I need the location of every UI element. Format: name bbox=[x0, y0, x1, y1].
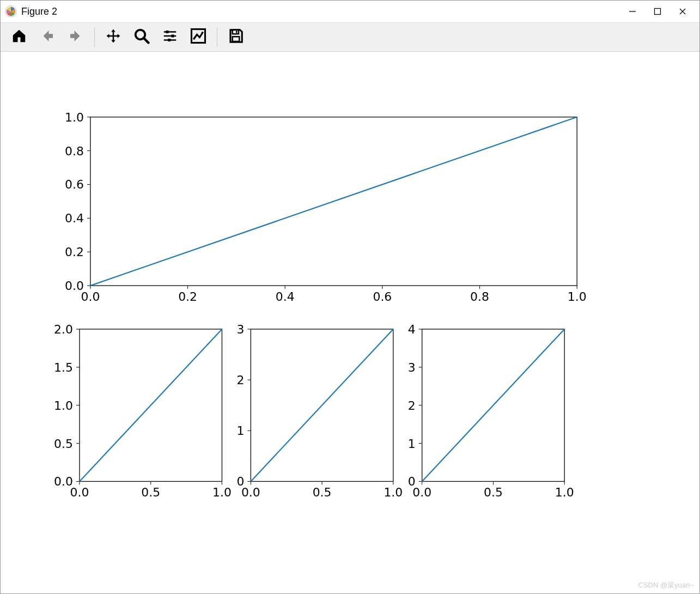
zoom-button[interactable] bbox=[130, 25, 154, 49]
matplotlib-toolbar bbox=[1, 22, 699, 52]
svg-text:0.5: 0.5 bbox=[141, 486, 160, 499]
watermark: CSDN @菜yuan~ bbox=[638, 580, 694, 590]
svg-text:3: 3 bbox=[236, 323, 244, 336]
svg-rect-14 bbox=[233, 30, 239, 34]
svg-text:0.4: 0.4 bbox=[65, 211, 84, 225]
svg-text:1: 1 bbox=[408, 437, 416, 451]
svg-text:0.5: 0.5 bbox=[313, 486, 332, 499]
toolbar-separator bbox=[94, 27, 95, 47]
zoom-icon bbox=[133, 28, 150, 46]
svg-rect-8 bbox=[166, 31, 169, 33]
svg-text:0.8: 0.8 bbox=[470, 290, 489, 304]
svg-text:0.0: 0.0 bbox=[54, 475, 73, 488]
pan-button[interactable] bbox=[101, 25, 125, 49]
forward-icon bbox=[68, 28, 84, 46]
svg-line-6 bbox=[144, 38, 149, 43]
svg-text:0: 0 bbox=[236, 475, 244, 488]
svg-text:4: 4 bbox=[408, 323, 416, 336]
figure-canvas[interactable]: 0.00.20.40.60.81.00.00.20.40.60.81.00.00… bbox=[1, 52, 699, 593]
svg-rect-10 bbox=[172, 35, 174, 38]
svg-text:0: 0 bbox=[408, 475, 416, 488]
save-icon bbox=[228, 28, 244, 46]
svg-rect-12 bbox=[168, 39, 171, 41]
svg-text:2.0: 2.0 bbox=[54, 323, 73, 336]
svg-text:1.0: 1.0 bbox=[555, 486, 574, 499]
svg-text:0.5: 0.5 bbox=[54, 437, 73, 451]
svg-rect-16 bbox=[233, 37, 240, 41]
home-icon bbox=[11, 28, 27, 46]
line-chart-icon bbox=[190, 28, 206, 46]
svg-text:0.4: 0.4 bbox=[276, 290, 295, 304]
close-button[interactable] bbox=[670, 3, 695, 20]
pan-icon bbox=[105, 28, 121, 46]
minimize-button[interactable] bbox=[620, 3, 645, 20]
app-icon bbox=[5, 5, 17, 17]
svg-text:0.6: 0.6 bbox=[65, 178, 84, 191]
svg-text:2: 2 bbox=[408, 399, 416, 413]
svg-text:3: 3 bbox=[408, 361, 416, 374]
svg-text:0.2: 0.2 bbox=[178, 290, 197, 304]
svg-text:1.5: 1.5 bbox=[54, 361, 73, 374]
svg-text:0.6: 0.6 bbox=[373, 290, 392, 304]
sliders-icon bbox=[162, 28, 178, 46]
svg-rect-15 bbox=[236, 31, 238, 33]
svg-text:0.8: 0.8 bbox=[65, 144, 84, 158]
svg-rect-2 bbox=[655, 9, 661, 15]
window-titlebar: Figure 2 bbox=[1, 1, 699, 22]
svg-text:1: 1 bbox=[236, 424, 244, 438]
configure-subplots-button[interactable] bbox=[158, 25, 182, 49]
svg-text:1.0: 1.0 bbox=[568, 290, 587, 304]
figure-svg: 0.00.20.40.60.81.00.00.20.40.60.81.00.00… bbox=[1, 52, 699, 593]
svg-text:1.0: 1.0 bbox=[384, 486, 403, 499]
svg-text:0.0: 0.0 bbox=[65, 279, 84, 293]
back-icon bbox=[39, 28, 56, 46]
save-button[interactable] bbox=[224, 25, 248, 49]
toolbar-separator bbox=[217, 27, 217, 47]
window-title: Figure 2 bbox=[21, 6, 57, 17]
edit-axis-button[interactable] bbox=[186, 25, 210, 49]
svg-text:0.5: 0.5 bbox=[484, 486, 503, 499]
back-button[interactable] bbox=[35, 25, 59, 49]
svg-text:1.0: 1.0 bbox=[212, 486, 232, 499]
maximize-button[interactable] bbox=[645, 3, 670, 20]
svg-text:0.2: 0.2 bbox=[65, 245, 84, 259]
home-button[interactable] bbox=[7, 25, 31, 49]
svg-text:2: 2 bbox=[236, 373, 244, 387]
forward-button[interactable] bbox=[64, 25, 88, 49]
svg-text:1.0: 1.0 bbox=[54, 399, 73, 413]
svg-text:1.0: 1.0 bbox=[65, 111, 84, 124]
